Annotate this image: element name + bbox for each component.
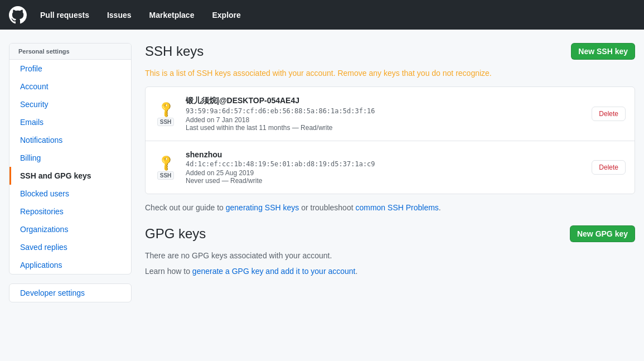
- key-icon-wrap-2: 🔑 SSH: [154, 156, 177, 180]
- sidebar-item-saved-replies[interactable]: Saved replies: [9, 238, 131, 256]
- pull-requests-link[interactable]: Pull requests: [36, 8, 94, 22]
- key-icon-1: 🔑: [156, 99, 176, 118]
- key-icon-wrap-1: 🔑 SSH: [154, 102, 177, 126]
- generating-ssh-keys-link[interactable]: generating SSH keys: [226, 203, 299, 212]
- gpg-empty-text: There are no GPG keys associated with yo…: [145, 251, 635, 260]
- key-usage-2: Never used — Read/write: [186, 177, 583, 185]
- ssh-key-item-2: 🔑 SSH shenzhou 4d:1c:ef:cc:1b:48:19:5e:0…: [146, 141, 635, 194]
- sidebar-item-account[interactable]: Account: [9, 78, 131, 95]
- key-fingerprint-2: 4d:1c:ef:cc:1b:48:19:5e:01:ab:d8:19:d5:3…: [186, 160, 583, 168]
- developer-settings-nav: Developer settings: [9, 283, 132, 302]
- issues-link[interactable]: Issues: [103, 8, 136, 22]
- ssh-title: SSH keys: [145, 44, 204, 59]
- sidebar: Personal settings Profile Account Securi…: [9, 43, 132, 311]
- personal-settings-nav: Personal settings Profile Account Securi…: [9, 43, 132, 275]
- sidebar-item-emails[interactable]: Emails: [9, 113, 131, 131]
- key-info-1: 锻儿须烷|@DESKTOP-054AE4J 93:59:9a:6d:57:cf:…: [186, 96, 583, 132]
- sidebar-item-blocked-users[interactable]: Blocked users: [9, 185, 131, 203]
- new-ssh-key-button[interactable]: New SSH key: [571, 43, 635, 60]
- key-name-2: shenzhou: [186, 150, 583, 159]
- main-content: SSH keys New SSH key This is a list of S…: [145, 43, 635, 311]
- key-info-2: shenzhou 4d:1c:ef:cc:1b:48:19:5e:01:ab:d…: [186, 150, 583, 185]
- key-added-1: Added on 7 Jan 2018: [186, 116, 583, 124]
- ssh-keys-list: 🔑 SSH 锻儿须烷|@DESKTOP-054AE4J 93:59:9a:6d:…: [145, 86, 635, 194]
- ssh-guide-text: Check out our guide to generating SSH ke…: [145, 203, 635, 212]
- key-fingerprint-1: 93:59:9a:6d:57:cf:d6:eb:56:88:5a:86:1a:5…: [186, 107, 583, 115]
- sidebar-item-billing[interactable]: Billing: [9, 149, 131, 167]
- generate-gpg-key-link[interactable]: generate a GPG key and add it to your ac…: [192, 267, 356, 276]
- key-name-1: 锻儿须烷|@DESKTOP-054AE4J: [186, 96, 583, 106]
- sidebar-item-security[interactable]: Security: [9, 95, 131, 113]
- ssh-info-text: This is a list of SSH keys associated wi…: [145, 69, 635, 78]
- personal-settings-label: Personal settings: [9, 44, 131, 60]
- sidebar-item-ssh-gpg-keys[interactable]: SSH and GPG keys: [9, 167, 131, 185]
- sidebar-item-profile[interactable]: Profile: [9, 60, 131, 78]
- common-ssh-problems-link[interactable]: common SSH Problems: [355, 203, 438, 212]
- key-usage-1: Last used within the last 11 months — Re…: [186, 124, 583, 132]
- explore-link[interactable]: Explore: [207, 8, 245, 22]
- sidebar-item-developer-settings[interactable]: Developer settings: [9, 284, 131, 302]
- delete-key-2-button[interactable]: Delete: [592, 160, 626, 175]
- key-badge-1: SSH: [157, 118, 175, 126]
- ssh-section-header: SSH keys New SSH key: [145, 43, 635, 60]
- sidebar-item-repositories[interactable]: Repositories: [9, 203, 131, 220]
- github-logo-icon: [9, 6, 27, 24]
- top-navigation: Pull requests Issues Marketplace Explore: [0, 0, 644, 30]
- key-icon-2: 🔑: [156, 152, 176, 172]
- sidebar-item-notifications[interactable]: Notifications: [9, 131, 131, 149]
- sidebar-item-applications[interactable]: Applications: [9, 256, 131, 274]
- gpg-learn-text: Learn how to generate a GPG key and add …: [145, 267, 635, 276]
- gpg-title: GPG keys: [145, 226, 206, 242]
- gpg-section-header: GPG keys New GPG key: [145, 225, 635, 242]
- key-added-2: Added on 25 Aug 2019: [186, 169, 583, 177]
- sidebar-item-organizations[interactable]: Organizations: [9, 220, 131, 238]
- new-gpg-key-button[interactable]: New GPG key: [570, 225, 635, 242]
- ssh-key-item-1: 🔑 SSH 锻儿须烷|@DESKTOP-054AE4J 93:59:9a:6d:…: [146, 87, 635, 141]
- delete-key-1-button[interactable]: Delete: [592, 107, 626, 121]
- marketplace-link[interactable]: Marketplace: [145, 8, 199, 22]
- key-badge-2: SSH: [157, 171, 175, 180]
